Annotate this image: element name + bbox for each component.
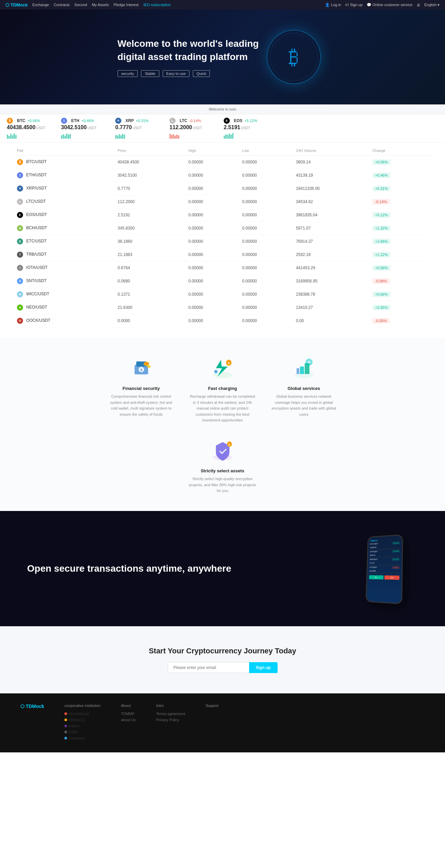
- footer-about-link-0[interactable]: TDMMP: [121, 712, 136, 716]
- table-row[interactable]: Ł LTC/USDT 112.2000 0.00000 0.00000 3453…: [14, 195, 431, 209]
- ticker-btc[interactable]: ₿ BTC +0.06% 40438.4500USDT: [7, 118, 47, 139]
- language-button[interactable]: English ▾: [424, 3, 440, 7]
- phone-graphic: TDMock BTC/USDT+0.06% 40438.45 ETH/USDT+…: [365, 534, 403, 605]
- oock-icon: O: [17, 318, 23, 324]
- ticker-ltc[interactable]: Ł LTC -0.14% 112.2000USDT: [169, 118, 210, 139]
- table-row[interactable]: ✕ XRP/USDT 0.7770 0.00000 0.00000 194113…: [14, 182, 431, 195]
- pair-cell: E ETC/USDT: [14, 235, 114, 248]
- change-cell: -0.14%: [369, 195, 431, 209]
- pair-cell: Ξ ETH/USDT: [14, 169, 114, 182]
- pair-cell: Ł LTC/USDT: [14, 195, 114, 209]
- svg-point-13: [214, 370, 218, 373]
- change-cell: +2.86%: [369, 235, 431, 248]
- badge-easy-to-use: Easy to use: [163, 70, 189, 77]
- partner-binance: BINANCE: [64, 718, 100, 722]
- volume-cell: 2592.18: [292, 248, 369, 261]
- table-row[interactable]: Ξ ETH/USDT 3042.5100 0.00000 0.00000 431…: [14, 169, 431, 182]
- pair-cell: T TRB/USDT: [14, 248, 114, 261]
- app-mockup: TDMock BTC/USDT+0.06% 40438.45 ETH/USDT+…: [350, 531, 418, 606]
- feature-icon-1: $: [209, 355, 236, 382]
- nav-contracts[interactable]: Contracts: [54, 3, 70, 7]
- svg-rect-15: [300, 367, 304, 374]
- snt-icon: S: [17, 278, 23, 284]
- high-cell: 0.00000: [185, 235, 239, 248]
- pair-cell: ₿ BTC/USDT: [14, 156, 114, 169]
- table-row[interactable]: E EOS/USDT 2.5191 0.00000 0.00000 396183…: [14, 209, 431, 222]
- ltc-icon: Ł: [17, 199, 23, 205]
- pair-cell: I IOTA/USDT: [14, 261, 114, 275]
- bitcoin-icon: ₿: [267, 30, 321, 84]
- footer-about-link-1[interactable]: about Us: [121, 718, 136, 722]
- ticker-xrp[interactable]: ✕ XRP +0.31% 0.7770USDT: [115, 118, 156, 139]
- print-button[interactable]: 🖨: [417, 3, 420, 7]
- table-row[interactable]: N NEO/USDT 21.6300 0.00000 0.00000 13410…: [14, 301, 431, 314]
- high-cell: 0.00000: [185, 169, 239, 182]
- volume-cell: 34534.62: [292, 195, 369, 209]
- col-price: Price: [114, 146, 185, 156]
- low-cell: 0.00000: [239, 222, 293, 235]
- price-cell: 0.6764: [114, 261, 185, 275]
- low-cell: 0.00000: [239, 314, 293, 328]
- table-row[interactable]: ₿ BTC/USDT 40438.4500 0.00000 0.00000 38…: [14, 156, 431, 169]
- low-cell: 0.00000: [239, 288, 293, 301]
- col-volume: 24H Volume: [292, 146, 369, 156]
- high-cell: 0.00000: [185, 301, 239, 314]
- partner-okex: OKEx: [64, 730, 100, 734]
- bch-icon: B: [17, 225, 23, 231]
- price-cell: 3042.5100: [114, 169, 185, 182]
- pair-cell: S SNT/USDT: [14, 275, 114, 288]
- feature-icon-0: $: [128, 355, 155, 382]
- price-cell: 345.8300: [114, 222, 185, 235]
- signup-section: Start Your Cryptocurrency Journey Today …: [0, 626, 445, 693]
- price-cell: 21.6300: [114, 301, 185, 314]
- trb-icon: T: [17, 252, 23, 258]
- signup-submit-button[interactable]: Sign up: [249, 662, 278, 673]
- price-cell: 0.0000: [114, 314, 185, 328]
- feature-desc-0: Comprehensive financial risk control sys…: [107, 394, 175, 417]
- low-cell: 0.00000: [239, 156, 293, 169]
- svg-point-6: [144, 362, 149, 365]
- table-row[interactable]: E ETC/USDT 38.1860 0.00000 0.00000 76914…: [14, 235, 431, 248]
- logo[interactable]: ⬡ TDMock: [5, 2, 28, 7]
- feature-icon-2: [290, 355, 318, 382]
- eth-icon: Ξ: [17, 172, 23, 178]
- pair-cell: N NEO/USDT: [14, 301, 114, 314]
- svg-text:$: $: [140, 368, 142, 372]
- footer-support: Support: [205, 704, 219, 742]
- ticker-eos[interactable]: E EOS +5.12% 2.5191USDT: [224, 118, 264, 139]
- pair-cell: ✕ XRP/USDT: [14, 182, 114, 195]
- etc-icon: E: [17, 238, 23, 244]
- table-row[interactable]: T TRB/USDT 21.1883 0.00000 0.00000 2592.…: [14, 248, 431, 261]
- email-input[interactable]: [168, 662, 249, 673]
- table-row[interactable]: I IOTA/USDT 0.6764 0.00000 0.00000 44145…: [14, 261, 431, 275]
- volume-cell: 0.00: [292, 314, 369, 328]
- nav-my-assets[interactable]: My Assets: [92, 3, 109, 7]
- nav-ieo[interactable]: IEO subscription: [143, 3, 171, 7]
- table-row[interactable]: W WICC/USDT 0.1371 0.00000 0.00000 23838…: [14, 288, 431, 301]
- signup-button[interactable]: 🏷 Sign up: [345, 3, 362, 7]
- footer-privacy-link[interactable]: Privacy Policy: [156, 718, 185, 722]
- table-row[interactable]: S SNT/USDT 0.0680 0.00000 0.00000 316995…: [14, 275, 431, 288]
- partner-kraken: kraken: [64, 724, 100, 728]
- high-cell: 0.00000: [185, 156, 239, 169]
- nav-pledge-interest[interactable]: Pledge Interest: [114, 3, 139, 7]
- change-cell: +0.46%: [369, 169, 431, 182]
- ticker-eth[interactable]: Ξ ETH +0.46% 3042.5100USDT: [61, 118, 102, 139]
- customer-service-button[interactable]: 💬 Online customer service: [367, 3, 412, 7]
- high-cell: 0.00000: [185, 314, 239, 328]
- table-row[interactable]: B BCH/USDT 345.8300 0.00000 0.00000 5971…: [14, 222, 431, 235]
- high-cell: 0.00000: [185, 275, 239, 288]
- table-row[interactable]: O OOCK/USDT 0.0000 0.00000 0.00000 0.00 …: [14, 314, 431, 328]
- low-cell: 0.00000: [239, 169, 293, 182]
- nav-exchange[interactable]: Exchange: [33, 3, 49, 7]
- badge-stable: Stable: [141, 70, 159, 77]
- footer-about: About TDMMP about Us: [121, 704, 136, 742]
- price-cell: 38.1860: [114, 235, 185, 248]
- footer-terms-link[interactable]: Terms agreement: [156, 712, 185, 716]
- login-button[interactable]: 👤 Log in: [325, 3, 341, 7]
- high-cell: 0.00000: [185, 248, 239, 261]
- volume-cell: 3809.14: [292, 156, 369, 169]
- high-cell: 0.00000: [185, 209, 239, 222]
- feature-desc-1: Recharge withdrawal can be completed in …: [189, 394, 257, 423]
- nav-second[interactable]: Second: [75, 3, 87, 7]
